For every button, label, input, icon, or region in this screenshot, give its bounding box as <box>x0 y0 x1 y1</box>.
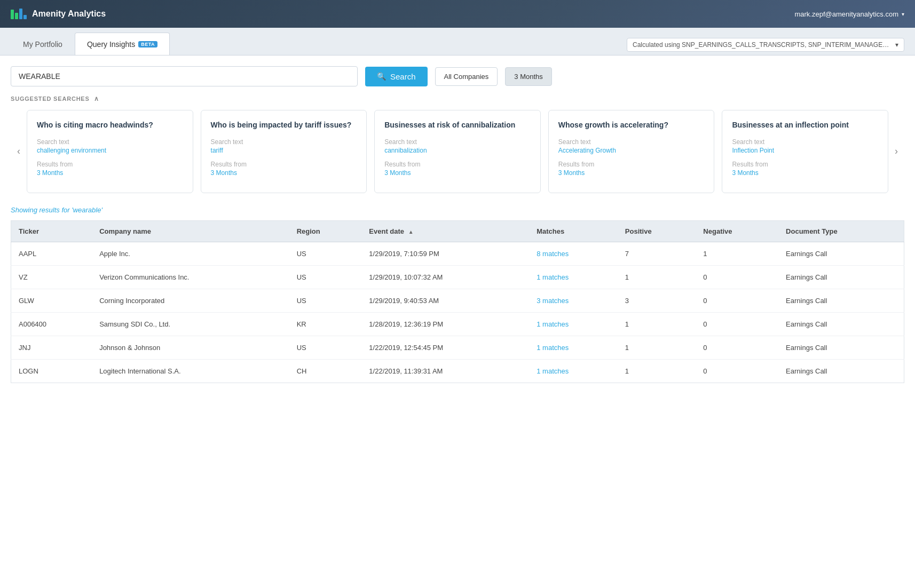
matches-link-0[interactable]: 8 matches <box>537 250 569 258</box>
card-0-search-label: Search text <box>37 138 183 146</box>
card-4-search-label: Search text <box>732 138 878 146</box>
cell-company-0: Apple Inc. <box>92 242 289 265</box>
card-0-results-value: 3 Months <box>37 169 183 177</box>
suggested-card-4[interactable]: Businesses at an inflection point Search… <box>722 110 888 193</box>
suggested-header: SUGGESTED SEARCHES ∧ <box>11 95 904 102</box>
suggested-card-0[interactable]: Who is citing macro headwinds? Search te… <box>27 110 193 193</box>
app-logo: Amenity Analytics <box>11 9 106 19</box>
card-3-results-label: Results from <box>558 161 705 168</box>
filter-months-button[interactable]: 3 Months <box>505 67 551 86</box>
cell-company-1: Verizon Communications Inc. <box>92 265 289 289</box>
logo-bar-3 <box>19 9 22 19</box>
col-header-ticker[interactable]: Ticker <box>11 220 92 242</box>
col-header-negative[interactable]: Negative <box>696 220 778 242</box>
cell-matches-1[interactable]: 1 matches <box>529 265 618 289</box>
matches-link-5[interactable]: 1 matches <box>537 367 569 375</box>
search-button[interactable]: 🔍 Search <box>365 67 428 86</box>
cell-negative-1: 0 <box>696 265 778 289</box>
logo-icon <box>11 9 27 19</box>
cell-matches-5[interactable]: 1 matches <box>529 359 618 383</box>
cell-matches-2[interactable]: 3 matches <box>529 289 618 312</box>
card-4-title: Businesses at an inflection point <box>732 120 878 131</box>
search-row: 🔍 Search All Companies 3 Months <box>11 66 904 86</box>
cell-region-1: US <box>289 265 362 289</box>
cell-region-2: US <box>289 289 362 312</box>
nav-tabs: My Portfolio Query Insights BETA <box>11 28 170 55</box>
tab-query-insights[interactable]: Query Insights BETA <box>75 33 170 55</box>
matches-link-2[interactable]: 3 matches <box>537 297 569 305</box>
search-input-wrap[interactable] <box>11 66 358 86</box>
cell-ticker-5: LOGN <box>11 359 92 383</box>
carousel-prev-button[interactable]: ‹ <box>11 144 27 160</box>
col-header-company[interactable]: Company name <box>92 220 289 242</box>
cell-positive-2: 3 <box>618 289 696 312</box>
card-3-title: Whose growth is accelerating? <box>558 120 705 131</box>
card-2-results-label: Results from <box>384 161 531 168</box>
cell-event-date-4: 1/22/2019, 12:54:45 PM <box>361 336 529 359</box>
cell-doc-type-2: Earnings Call <box>778 289 904 312</box>
dataset-selector[interactable]: Calculated using SNP_EARNINGS_CALLS_TRAN… <box>627 38 904 52</box>
card-3-search-value: Accelerating Growth <box>558 147 705 154</box>
cell-negative-3: 0 <box>696 312 778 336</box>
cell-doc-type-4: Earnings Call <box>778 336 904 359</box>
cell-positive-0: 7 <box>618 242 696 265</box>
search-button-label: Search <box>390 72 416 81</box>
suggested-card-3[interactable]: Whose growth is accelerating? Search tex… <box>548 110 715 193</box>
card-1-results-label: Results from <box>211 161 357 168</box>
suggested-card-1[interactable]: Who is being impacted by tariff issues? … <box>201 110 367 193</box>
suggested-label: SUGGESTED SEARCHES <box>11 96 90 102</box>
card-4-results-label: Results from <box>732 161 878 168</box>
cell-event-date-2: 1/29/2019, 9:40:53 AM <box>361 289 529 312</box>
table-row: GLW Corning Incorporated US 1/29/2019, 9… <box>11 289 904 312</box>
cell-positive-5: 1 <box>618 359 696 383</box>
card-1-search-value: tariff <box>211 147 357 154</box>
collapse-suggested-icon[interactable]: ∧ <box>94 95 99 102</box>
cell-event-date-0: 1/29/2019, 7:10:59 PM <box>361 242 529 265</box>
table-header-row: Ticker Company name Region Event date ▲ … <box>11 220 904 242</box>
col-header-region[interactable]: Region <box>289 220 362 242</box>
logo-bar-2 <box>15 13 18 19</box>
app-name: Amenity Analytics <box>32 9 106 19</box>
col-header-event-date[interactable]: Event date ▲ <box>361 220 529 242</box>
card-2-search-label: Search text <box>384 138 531 146</box>
cell-doc-type-5: Earnings Call <box>778 359 904 383</box>
card-0-results-label: Results from <box>37 161 183 168</box>
card-0-title: Who is citing macro headwinds? <box>37 120 183 131</box>
cell-matches-0[interactable]: 8 matches <box>529 242 618 265</box>
matches-link-4[interactable]: 1 matches <box>537 344 569 352</box>
tab-my-portfolio[interactable]: My Portfolio <box>11 33 75 55</box>
card-3-search-label: Search text <box>558 138 705 146</box>
cell-ticker-0: AAPL <box>11 242 92 265</box>
logo-bar-1 <box>11 10 14 19</box>
cell-event-date-3: 1/28/2019, 12:36:19 PM <box>361 312 529 336</box>
cell-ticker-3: A006400 <box>11 312 92 336</box>
suggested-card-2[interactable]: Businesses at risk of cannibalization Se… <box>374 110 541 193</box>
filter-companies-button[interactable]: All Companies <box>435 67 498 86</box>
cell-company-4: Johnson & Johnson <box>92 336 289 359</box>
cell-company-5: Logitech International S.A. <box>92 359 289 383</box>
cell-negative-5: 0 <box>696 359 778 383</box>
dataset-label: Calculated using SNP_EARNINGS_CALLS_TRAN… <box>633 41 892 49</box>
cell-negative-0: 1 <box>696 242 778 265</box>
table-row: LOGN Logitech International S.A. CH 1/22… <box>11 359 904 383</box>
matches-link-1[interactable]: 1 matches <box>537 273 569 281</box>
search-input[interactable] <box>19 72 350 81</box>
card-1-results-value: 3 Months <box>211 169 357 177</box>
cell-event-date-5: 1/22/2019, 11:39:31 AM <box>361 359 529 383</box>
carousel-next-button[interactable]: › <box>888 144 904 160</box>
cell-negative-2: 0 <box>696 289 778 312</box>
cell-company-3: Samsung SDI Co., Ltd. <box>92 312 289 336</box>
card-4-results-value: 3 Months <box>732 169 878 177</box>
user-menu[interactable]: mark.zepf@amenityanalytics.com ▾ <box>794 10 904 18</box>
app-header: Amenity Analytics mark.zepf@amenityanaly… <box>0 0 915 28</box>
cell-matches-3[interactable]: 1 matches <box>529 312 618 336</box>
col-header-positive[interactable]: Positive <box>618 220 696 242</box>
cell-matches-4[interactable]: 1 matches <box>529 336 618 359</box>
col-header-matches[interactable]: Matches <box>529 220 618 242</box>
search-icon: 🔍 <box>377 72 386 81</box>
logo-bar-4 <box>23 15 27 19</box>
cell-positive-1: 1 <box>618 265 696 289</box>
matches-link-3[interactable]: 1 matches <box>537 320 569 328</box>
cell-region-0: US <box>289 242 362 265</box>
col-header-doc-type[interactable]: Document Type <box>778 220 904 242</box>
